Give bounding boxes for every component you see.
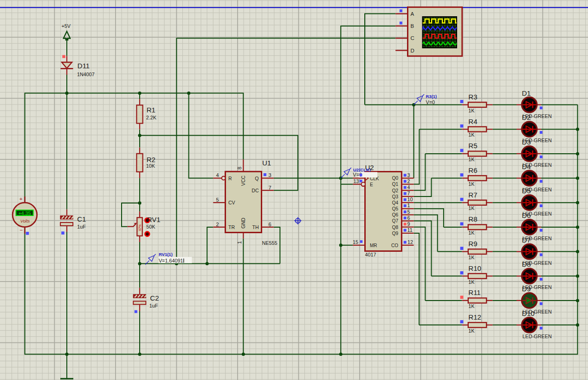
svg-text:D10: D10	[522, 309, 535, 317]
svg-text:7: 7	[407, 190, 410, 196]
svg-text:D2: D2	[522, 113, 530, 121]
svg-text:GND: GND	[240, 217, 246, 229]
svg-text:D11: D11	[78, 62, 90, 70]
svg-text:TR: TR	[228, 224, 235, 230]
svg-text:1K: 1K	[468, 279, 475, 285]
svg-text:67%: 67%	[138, 224, 142, 231]
svg-text:Volts: Volts	[20, 219, 30, 223]
svg-text:Q3: Q3	[392, 194, 399, 199]
svg-text:R11: R11	[468, 288, 480, 296]
svg-text:10K: 10K	[146, 163, 155, 169]
svg-text:1K: 1K	[468, 205, 475, 211]
svg-text:R5: R5	[468, 142, 477, 150]
svg-text:D7: D7	[522, 236, 530, 244]
svg-text:NE555: NE555	[262, 240, 278, 246]
svg-text:R3(1): R3(1)	[426, 94, 437, 99]
svg-text:D3: D3	[522, 138, 530, 146]
svg-text:MR: MR	[370, 243, 377, 248]
svg-text:2: 2	[216, 222, 219, 227]
svg-text:E: E	[370, 182, 373, 187]
svg-text:C2: C2	[150, 294, 159, 302]
svg-text:1K: 1K	[468, 303, 475, 309]
svg-text:1K: 1K	[468, 230, 475, 236]
svg-text:2: 2	[407, 178, 410, 184]
svg-text:4: 4	[407, 184, 410, 190]
svg-text:5: 5	[407, 209, 410, 215]
svg-text:6: 6	[407, 215, 410, 221]
svg-text:D8: D8	[522, 260, 530, 268]
svg-text:13: 13	[353, 178, 359, 184]
svg-text:Q9: Q9	[392, 231, 399, 236]
svg-text:11: 11	[407, 227, 413, 233]
svg-text:Q4: Q4	[392, 200, 399, 205]
svg-text:R10: R10	[468, 264, 481, 272]
svg-text:1K: 1K	[468, 255, 475, 260]
svg-text:RV1: RV1	[147, 216, 161, 223]
svg-text:3: 3	[407, 172, 410, 178]
svg-text:+5V: +5V	[62, 23, 71, 29]
svg-text:12: 12	[407, 239, 413, 245]
svg-text:CV: CV	[228, 200, 235, 205]
svg-text:R4: R4	[468, 118, 477, 125]
svg-text:50K: 50K	[146, 224, 155, 229]
svg-text:1uF: 1uF	[149, 303, 158, 308]
svg-text:−: −	[19, 227, 23, 233]
svg-text:TH: TH	[252, 224, 259, 230]
svg-text:Q8: Q8	[392, 225, 399, 230]
svg-text:R3: R3	[468, 93, 477, 101]
svg-text:Q0: Q0	[392, 176, 399, 181]
svg-text:9: 9	[407, 221, 410, 227]
svg-text:R9: R9	[468, 240, 477, 248]
svg-text:D6: D6	[522, 211, 530, 219]
svg-text:10: 10	[407, 197, 413, 202]
svg-text:B: B	[411, 23, 414, 29]
svg-text:1N4007: 1N4007	[77, 72, 95, 77]
svg-text:7: 7	[269, 185, 271, 190]
svg-text:R2: R2	[147, 156, 155, 164]
svg-text:1K: 1K	[468, 108, 475, 113]
svg-text:+4.35: +4.35	[19, 210, 31, 216]
svg-text:D: D	[411, 48, 414, 53]
svg-text:C: C	[411, 35, 414, 41]
svg-text:1K: 1K	[468, 328, 475, 334]
svg-text:Q: Q	[255, 176, 258, 181]
svg-text:5: 5	[216, 197, 219, 203]
svg-text:Q7: Q7	[392, 218, 399, 223]
svg-text:1K: 1K	[468, 157, 475, 162]
svg-text:15: 15	[353, 239, 358, 245]
svg-text:R12: R12	[468, 313, 481, 321]
svg-text:1uF: 1uF	[77, 224, 86, 229]
svg-text:D4: D4	[522, 163, 530, 170]
svg-text:1K: 1K	[468, 181, 475, 187]
svg-text:A: A	[411, 11, 414, 17]
svg-text:4: 4	[216, 172, 219, 178]
svg-text:D9: D9	[522, 285, 530, 293]
svg-text:LED-GREEN: LED-GREEN	[523, 334, 552, 339]
svg-text:D1: D1	[522, 89, 530, 97]
svg-text:6: 6	[269, 222, 271, 227]
svg-text:R: R	[228, 176, 232, 181]
svg-text:Q5: Q5	[392, 206, 399, 211]
svg-text:U1: U1	[262, 159, 271, 167]
svg-text:1: 1	[237, 241, 242, 244]
svg-text:Q1: Q1	[392, 182, 399, 187]
svg-text:D5: D5	[522, 187, 530, 195]
svg-text:3: 3	[269, 172, 271, 178]
svg-text:R8: R8	[468, 215, 477, 223]
svg-text:V=0: V=0	[426, 99, 435, 105]
svg-text:1K: 1K	[468, 132, 475, 138]
svg-text:V=1.64091: V=1.64091	[159, 258, 183, 263]
svg-text:RV1(1): RV1(1)	[159, 252, 173, 257]
svg-text:C1: C1	[77, 215, 86, 223]
svg-text:VCC: VCC	[240, 175, 246, 186]
svg-text:4017: 4017	[365, 252, 376, 257]
svg-text:Q6: Q6	[392, 212, 399, 217]
svg-text:+: +	[19, 196, 23, 202]
svg-text:R1: R1	[147, 106, 155, 114]
svg-text:8: 8	[237, 167, 242, 170]
svg-text:1: 1	[407, 203, 410, 208]
svg-text:R6: R6	[468, 166, 477, 174]
svg-text:Q2: Q2	[392, 188, 399, 193]
svg-text:CO: CO	[391, 243, 398, 248]
svg-text:DC: DC	[252, 188, 259, 193]
